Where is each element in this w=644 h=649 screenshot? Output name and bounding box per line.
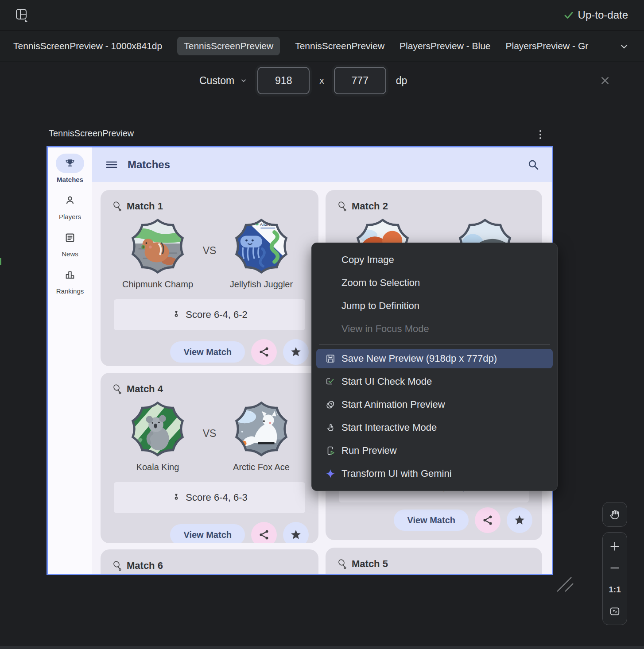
view-match-button[interactable]: View Match xyxy=(170,524,245,543)
close-resize-mode-button[interactable] xyxy=(598,73,612,88)
sidebar-item-rankings[interactable]: Rankings xyxy=(56,265,84,295)
trophy-icon xyxy=(64,158,76,169)
sidebar-label-news: News xyxy=(62,250,78,258)
match-card-1[interactable]: Match 1 xyxy=(101,190,318,366)
menu-separator xyxy=(319,344,550,345)
size-mode-label: Custom xyxy=(199,75,234,87)
avatar-arctic-fox xyxy=(233,401,289,457)
menu-item-jump-to-definition[interactable]: Jump to Definition xyxy=(312,294,557,317)
match-title: Match 2 xyxy=(352,201,388,212)
star-icon xyxy=(290,529,302,541)
search-icon xyxy=(527,158,539,171)
tab-tennis-selected[interactable]: TennisScreenPreview xyxy=(177,37,280,55)
zoom-in-button[interactable] xyxy=(605,537,625,556)
sidebar-item-matches[interactable]: Matches xyxy=(56,154,84,183)
share-button[interactable] xyxy=(251,339,277,365)
layout-switch-icon xyxy=(14,8,29,23)
menu-item-transform-ui-with-gemini[interactable]: Transform UI with Gemini xyxy=(312,462,557,485)
sidebar-label-players: Players xyxy=(59,213,81,220)
tab-tennis-1000x841[interactable]: TennisScreenPreview - 1000x841dp xyxy=(13,41,162,51)
share-icon xyxy=(482,514,493,526)
menu-item-save-new-preview[interactable]: Save New Preview (918dp x 777dp) xyxy=(316,349,553,368)
sidebar-item-news[interactable]: News xyxy=(56,228,84,258)
layout-switch-button[interactable] xyxy=(13,7,30,23)
match-card-5[interactable]: Match 5 xyxy=(326,548,542,575)
view-match-button[interactable]: View Match xyxy=(394,510,469,531)
width-input[interactable] xyxy=(264,74,303,87)
preview-context-menu: Copy Image Zoom to Selection Jump to Def… xyxy=(311,243,558,491)
match-card-4[interactable]: Match 4 xyxy=(101,373,318,543)
tab-tennis-3[interactable]: TennisScreenPreview xyxy=(295,41,384,51)
menu-item-run-preview[interactable]: Run Preview xyxy=(312,439,557,462)
fit-to-screen-icon xyxy=(609,606,621,617)
medal-icon xyxy=(171,310,181,320)
sidebar-label-matches: Matches xyxy=(57,176,83,183)
racket-icon xyxy=(112,384,123,394)
racket-icon xyxy=(112,201,123,212)
rankings-icon xyxy=(64,269,76,281)
share-icon xyxy=(258,346,270,358)
tab-overflow-button[interactable] xyxy=(618,41,630,52)
width-field xyxy=(257,67,310,94)
vs-label: VS xyxy=(199,428,220,472)
pan-tool-button[interactable] xyxy=(605,505,625,524)
medal-icon xyxy=(171,493,181,502)
height-input[interactable] xyxy=(340,74,380,87)
racket-icon xyxy=(112,560,123,571)
zoom-to-fit-button[interactable] xyxy=(605,602,625,621)
match-title: Match 4 xyxy=(127,383,163,395)
match-title: Match 5 xyxy=(352,558,388,570)
run-icon xyxy=(325,445,336,456)
size-controls-row: Custom x dp xyxy=(0,62,644,99)
share-button[interactable] xyxy=(251,522,277,543)
size-mode-dropdown[interactable]: Custom xyxy=(199,75,248,87)
preview-options-button[interactable] xyxy=(536,128,544,141)
menu-item-view-in-focus-mode: View in Focus Mode xyxy=(312,317,557,340)
avatar-chipmunk xyxy=(130,218,186,274)
sidebar-label-rankings: Rankings xyxy=(56,287,84,295)
share-icon xyxy=(258,529,270,541)
share-button[interactable] xyxy=(475,507,500,533)
menu-item-copy-image[interactable]: Copy Image xyxy=(312,248,557,271)
resize-grip[interactable] xyxy=(554,574,575,595)
pan-tool-group xyxy=(602,502,627,527)
score-text: Score 6-4, 6-3 xyxy=(186,492,247,503)
preview-card-title: TennisScreenPreview xyxy=(49,128,134,139)
tab-players-blue[interactable]: PlayersPreview - Blue xyxy=(400,41,490,51)
hamburger-icon xyxy=(105,158,118,171)
ui-check-icon xyxy=(325,376,336,387)
view-match-button[interactable]: View Match xyxy=(170,341,245,363)
chevron-down-icon xyxy=(240,77,248,85)
hand-icon xyxy=(609,508,621,521)
menu-item-start-interactive-mode[interactable]: Start Interactive Mode xyxy=(312,416,557,439)
menu-item-start-animation-preview[interactable]: Start Animation Preview xyxy=(312,393,557,416)
ide-top-bar: Up-to-date xyxy=(0,0,644,31)
player-name: Arctic Fox Ace xyxy=(233,462,290,472)
menu-item-start-ui-check-mode[interactable]: Start UI Check Mode xyxy=(312,370,557,393)
match-card-6[interactable]: Match 6 xyxy=(101,549,318,575)
score-banner: Score 6-4, 6-3 xyxy=(114,482,305,513)
player-name: Jellyfish Juggler xyxy=(230,279,293,290)
close-icon xyxy=(600,75,610,86)
chevron-down-icon xyxy=(618,41,630,52)
menu-button[interactable] xyxy=(105,158,118,171)
favorite-button[interactable] xyxy=(283,522,309,543)
gutter-marker xyxy=(0,258,1,265)
menu-item-zoom-to-selection[interactable]: Zoom to Selection xyxy=(312,271,557,294)
zoom-actual-size-button[interactable]: 1:1 xyxy=(605,580,625,599)
favorite-button[interactable] xyxy=(283,339,309,365)
status-label: Up-to-date xyxy=(578,9,628,21)
score-text: Score 6-4, 6-2 xyxy=(186,309,247,321)
zoom-tool-group: 1:1 xyxy=(602,532,627,625)
zoom-out-button[interactable] xyxy=(605,558,625,578)
match-title: Match 1 xyxy=(127,201,163,212)
tab-players-gr[interactable]: PlayersPreview - Gr xyxy=(506,41,589,51)
vs-label: VS xyxy=(199,245,220,290)
search-button[interactable] xyxy=(527,158,539,171)
resize-grip-icon xyxy=(554,574,575,595)
navigation-rail: Matches Players News xyxy=(48,147,92,574)
preview-tab-bar: TennisScreenPreview - 1000x841dp TennisS… xyxy=(0,31,644,62)
plus-icon xyxy=(609,541,621,552)
sidebar-item-players[interactable]: Players xyxy=(56,191,84,220)
favorite-button[interactable] xyxy=(507,507,532,533)
